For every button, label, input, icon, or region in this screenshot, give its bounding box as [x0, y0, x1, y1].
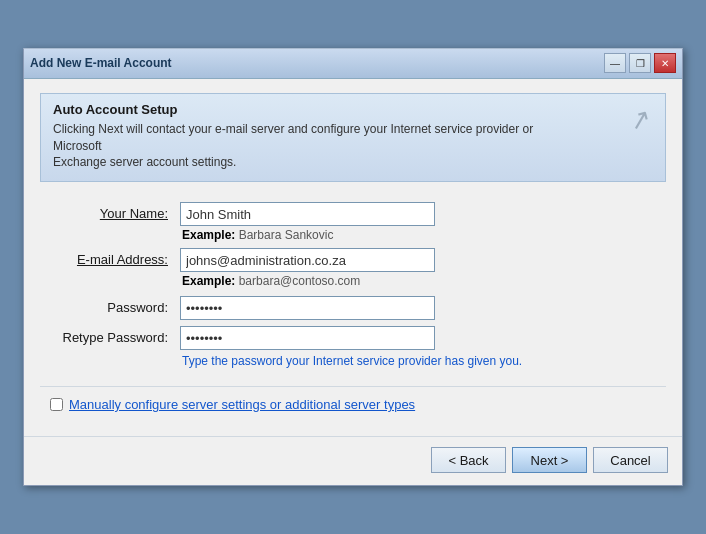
form-area: Your Name: Example: Barbara Sankovic E-m… — [40, 202, 666, 368]
back-button[interactable]: < Back — [431, 447, 506, 473]
your-name-input[interactable] — [180, 202, 435, 226]
section-description: Clicking Next will contact your e-mail s… — [53, 121, 553, 171]
field-group-retype-password: Type the password your Internet service … — [180, 326, 522, 368]
restore-button[interactable]: ❒ — [629, 53, 651, 73]
section-desc-part1: Clicking Next will contact your e-mail s… — [53, 122, 533, 153]
section-desc-part2: Exchange server account settings. — [53, 155, 236, 169]
label-your-name: Your Name: — [50, 202, 180, 221]
button-bar: < Back Next > Cancel — [24, 436, 682, 485]
window-title: Add New E-mail Account — [30, 56, 172, 70]
form-row-retype-password: Retype Password: Type the password your … — [50, 326, 656, 368]
hint-your-name: Example: Barbara Sankovic — [180, 228, 435, 242]
next-button[interactable]: Next > — [512, 447, 587, 473]
dialog-window: Add New E-mail Account — ❒ ✕ Auto Accoun… — [23, 48, 683, 486]
retype-password-input[interactable] — [180, 326, 435, 350]
checkbox-label[interactable]: Manually configure server settings or ad… — [69, 397, 415, 412]
window-controls: — ❒ ✕ — [604, 53, 676, 73]
section-title: Auto Account Setup — [53, 102, 653, 117]
form-row-password: Password: — [50, 296, 656, 320]
field-group-password — [180, 296, 435, 320]
field-group-name: Example: Barbara Sankovic — [180, 202, 435, 242]
title-bar: Add New E-mail Account — ❒ ✕ — [24, 49, 682, 79]
checkbox-row: Manually configure server settings or ad… — [40, 386, 666, 422]
cancel-button[interactable]: Cancel — [593, 447, 668, 473]
password-hint: Type the password your Internet service … — [180, 354, 522, 368]
close-button[interactable]: ✕ — [654, 53, 676, 73]
window-content: Auto Account Setup Clicking Next will co… — [24, 79, 682, 436]
manual-configure-checkbox[interactable] — [50, 398, 63, 411]
password-input[interactable] — [180, 296, 435, 320]
label-retype-password: Retype Password: — [50, 326, 180, 345]
email-address-input[interactable] — [180, 248, 435, 272]
form-row-email: E-mail Address: Example: barbara@contoso… — [50, 248, 656, 288]
hint-email: Example: barbara@contoso.com — [180, 274, 435, 288]
minimize-button[interactable]: — — [604, 53, 626, 73]
label-password: Password: — [50, 296, 180, 315]
section-header: Auto Account Setup Clicking Next will co… — [40, 93, 666, 182]
field-group-email: Example: barbara@contoso.com — [180, 248, 435, 288]
form-row-name: Your Name: Example: Barbara Sankovic — [50, 202, 656, 242]
label-email-address: E-mail Address: — [50, 248, 180, 267]
